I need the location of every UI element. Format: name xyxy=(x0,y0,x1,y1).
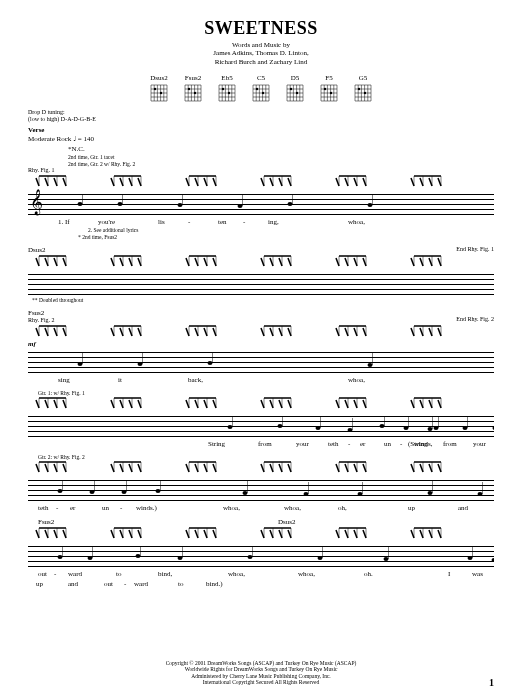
lyric-syllable: 1. If xyxy=(58,218,70,226)
section-label: Verse xyxy=(28,126,494,134)
svg-line-470 xyxy=(438,530,441,538)
credit-line: Richard Burch and Zachary Lind xyxy=(28,58,494,66)
lyrics-line: teth-erun-winds.)whoa,whoa,oh,upand xyxy=(28,504,494,512)
svg-line-157 xyxy=(36,258,39,266)
lyric-syllable: to xyxy=(178,580,183,588)
svg-point-417 xyxy=(478,492,483,496)
svg-line-439 xyxy=(195,530,198,538)
lyric-syllable: was xyxy=(472,570,483,578)
svg-point-11 xyxy=(154,88,156,90)
svg-line-443 xyxy=(213,530,216,538)
music-systems: *N.C.2nd time, Gtr. 1 tacet2nd time, Gtr… xyxy=(28,145,494,588)
svg-point-147 xyxy=(118,202,123,206)
svg-line-217 xyxy=(63,328,66,336)
svg-line-347 xyxy=(36,464,39,472)
svg-line-186 xyxy=(270,258,273,266)
svg-line-197 xyxy=(354,258,357,266)
svg-line-184 xyxy=(261,258,264,266)
lyric-syllable: it xyxy=(118,376,122,384)
lyric-syllable: er xyxy=(70,504,75,512)
svg-line-282 xyxy=(111,400,114,408)
music-system: Gtr. 1: w/ Rhy. Fig. 1Stringfromyourteth… xyxy=(28,390,494,448)
lyric-syllable: whoa, xyxy=(284,504,301,512)
svg-line-432 xyxy=(129,530,132,538)
tuning-note: Drop D tuning: (low to high) D-A-D-G-B-E xyxy=(28,109,494,122)
svg-point-333 xyxy=(348,428,353,432)
chord-name: C5 xyxy=(257,74,265,82)
svg-point-341 xyxy=(428,427,433,431)
svg-line-97 xyxy=(63,178,66,186)
svg-line-279 xyxy=(63,400,66,408)
lyric-syllable: - xyxy=(400,440,402,448)
lyric-syllable: to xyxy=(116,570,121,578)
svg-line-172 xyxy=(138,258,141,266)
lyric-syllable: up xyxy=(408,504,415,512)
svg-line-450 xyxy=(279,530,282,538)
svg-point-155 xyxy=(368,203,373,207)
svg-line-211 xyxy=(36,328,39,336)
lyric-syllable: from xyxy=(443,440,457,448)
svg-line-360 xyxy=(129,464,132,472)
svg-line-311 xyxy=(345,400,348,408)
svg-line-430 xyxy=(120,530,123,538)
svg-line-286 xyxy=(129,400,132,408)
chord-symbol: Dsus2 xyxy=(28,246,46,254)
svg-line-93 xyxy=(45,178,48,186)
chord-diagram: G5 xyxy=(354,74,372,103)
svg-line-374 xyxy=(261,464,264,472)
svg-line-142 xyxy=(438,178,441,186)
chord-symbol: Dsus2 xyxy=(278,518,296,526)
tuning-label: Drop D tuning: xyxy=(28,109,65,115)
rhythm-slash-staff xyxy=(28,174,494,190)
footer-line: Worldwide Rights for DreamWorks Songs an… xyxy=(28,666,494,673)
credit-line: James Adkins, Thomas D. Linton, xyxy=(28,49,494,57)
chord-symbols: Fsus2 xyxy=(28,309,494,317)
rhythm-slash-staff: End Rhy. Fig. 1 xyxy=(28,254,494,270)
svg-point-76 xyxy=(324,88,326,90)
svg-line-179 xyxy=(204,258,207,266)
svg-point-151 xyxy=(238,204,243,208)
lyric-syllable: sing xyxy=(58,376,70,384)
svg-line-277 xyxy=(54,400,57,408)
footnote: ** Doubled throughout xyxy=(32,297,494,303)
treble-staff xyxy=(28,352,494,374)
svg-point-411 xyxy=(304,492,309,496)
svg-line-242 xyxy=(279,328,282,336)
svg-line-385 xyxy=(345,464,348,472)
svg-line-304 xyxy=(279,400,282,408)
svg-line-115 xyxy=(213,178,216,186)
svg-point-403 xyxy=(90,490,95,494)
svg-line-251 xyxy=(354,328,357,336)
svg-line-131 xyxy=(354,178,357,186)
svg-point-413 xyxy=(358,492,363,496)
svg-point-269 xyxy=(208,361,213,365)
svg-line-193 xyxy=(336,258,339,266)
lyric-syllable: back, xyxy=(188,376,203,384)
svg-line-351 xyxy=(54,464,57,472)
song-title: SWEETNESS xyxy=(28,18,494,39)
lyrics-line: 1. Ifyou'relis-ten-ing,whoa, xyxy=(28,218,494,226)
chord-grid xyxy=(320,83,338,103)
credits: Words and Music by James Adkins, Thomas … xyxy=(28,41,494,66)
svg-point-479 xyxy=(178,556,183,560)
svg-line-247 xyxy=(336,328,339,336)
music-system: Dsus2End Rhy. Fig. 1** Doubled throughou… xyxy=(28,246,494,303)
chord-name: Fsus2 xyxy=(185,74,201,82)
chord-symbols: *N.C. xyxy=(28,145,494,153)
svg-line-170 xyxy=(129,258,132,266)
svg-point-24 xyxy=(188,88,190,90)
end-figure-label: End Rhy. Fig. 1 xyxy=(456,246,494,252)
svg-point-77 xyxy=(330,92,332,94)
svg-point-407 xyxy=(156,489,161,493)
svg-point-37 xyxy=(222,88,224,90)
lyric-syllable: lis xyxy=(158,218,165,226)
svg-line-389 xyxy=(363,464,366,472)
lyric-syllable: bind, xyxy=(158,570,172,578)
svg-point-329 xyxy=(278,424,283,428)
page-number: 1 xyxy=(489,677,494,688)
svg-line-455 xyxy=(336,530,339,538)
svg-point-145 xyxy=(78,202,83,206)
svg-line-220 xyxy=(111,328,114,336)
chord-symbol: *N.C. xyxy=(68,145,85,153)
lyric-syllable: un xyxy=(102,504,109,512)
